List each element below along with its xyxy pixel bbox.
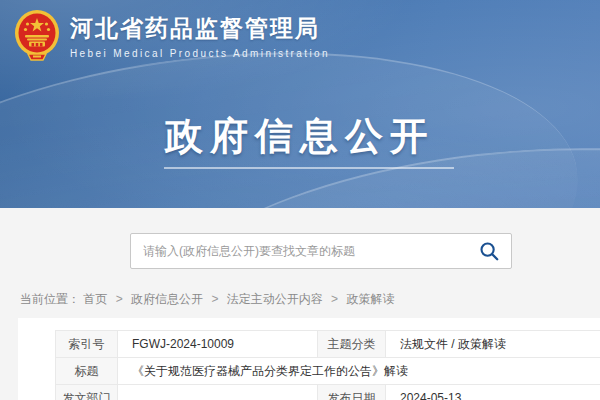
banner-title: 政府信息公开 [0, 111, 600, 162]
search-button[interactable] [467, 234, 511, 268]
breadcrumb: 当前位置： 首页 > 政府信息公开 > 法定主动公开内容 > 政策解读 [20, 291, 394, 308]
breadcrumb-prefix: 当前位置： [20, 292, 80, 306]
field-value-index-number: FGWJ-2024-10009 [118, 331, 318, 358]
breadcrumb-separator: > [331, 292, 338, 306]
site-name-english: Hebei Medical Products Administration [70, 48, 330, 59]
search-bar [130, 233, 512, 269]
info-table: 索引号 FGWJ-2024-10009 主题分类 法规文件 / 政策解读 标题 … [55, 330, 600, 400]
field-value-topic-category: 法规文件 / 政策解读 [386, 331, 600, 358]
site-name: 河北省药品监督管理局 [70, 13, 330, 44]
breadcrumb-item-statutory-disclosure-content[interactable]: 法定主动公开内容 [227, 292, 323, 306]
table-row: 标题 《关于规范医疗器械产品分类界定工作的公告》解读 [56, 358, 600, 385]
banner-title-underline [164, 167, 454, 169]
field-value-publish-date: 2024-05-13 [386, 385, 600, 400]
search-input[interactable] [131, 234, 467, 268]
field-label-title: 标题 [56, 358, 118, 385]
field-label-issuing-department: 发文部门 [56, 385, 118, 400]
site-logo[interactable]: 河北省药品监督管理局 Hebei Medical Products Admini… [14, 9, 330, 63]
breadcrumb-separator: > [211, 292, 218, 306]
site-title-group: 河北省药品监督管理局 Hebei Medical Products Admini… [70, 13, 330, 59]
content-card: 索引号 FGWJ-2024-10009 主题分类 法规文件 / 政策解读 标题 … [18, 318, 600, 400]
breadcrumb-separator: > [116, 292, 123, 306]
field-label-index-number: 索引号 [56, 331, 118, 358]
china-national-emblem-icon [14, 9, 60, 63]
field-label-publish-date: 发布日期 [318, 385, 386, 400]
header-banner: 河北省药品监督管理局 Hebei Medical Products Admini… [0, 0, 600, 208]
page: 河北省药品监督管理局 Hebei Medical Products Admini… [0, 0, 600, 400]
field-value-issuing-department [118, 385, 318, 400]
breadcrumb-item-policy-interpretation[interactable]: 政策解读 [346, 292, 394, 306]
field-value-title: 《关于规范医疗器械产品分类界定工作的公告》解读 [118, 358, 600, 385]
search-icon [479, 241, 499, 261]
table-row: 索引号 FGWJ-2024-10009 主题分类 法规文件 / 政策解读 [56, 331, 600, 358]
field-label-topic-category: 主题分类 [318, 331, 386, 358]
breadcrumb-item-gov-info-disclosure[interactable]: 政府信息公开 [131, 292, 203, 306]
breadcrumb-item-home[interactable]: 首页 [83, 292, 107, 306]
table-row: 发文部门 发布日期 2024-05-13 [56, 385, 600, 400]
